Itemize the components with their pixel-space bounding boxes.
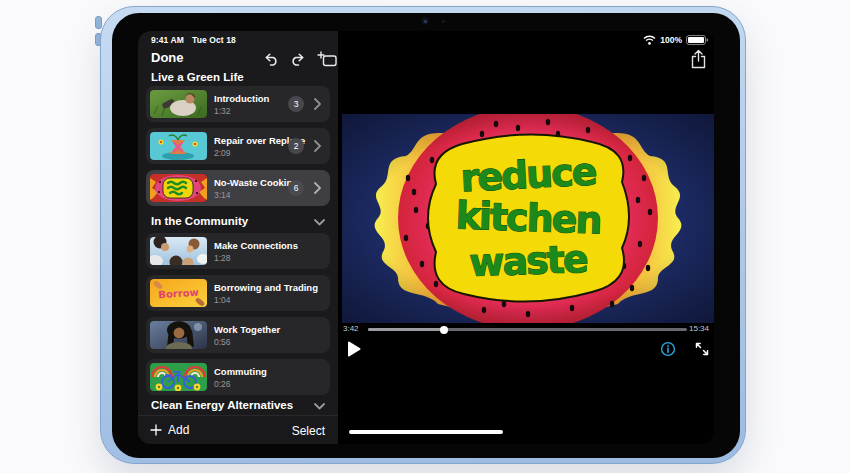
volume-up-button [95, 16, 102, 29]
playlist-item-make-connections[interactable]: Make Connections 1:28 [146, 233, 330, 269]
add-button[interactable]: Add [150, 423, 189, 437]
thumbnail-grass [150, 90, 207, 118]
seek-handle[interactable] [440, 326, 448, 334]
ambient-sensor-icon [442, 20, 445, 23]
chevron-right-icon [314, 140, 321, 152]
info-icon[interactable] [660, 341, 676, 357]
video-title: Work Together [214, 324, 280, 335]
playlist-sidebar: Live a Green Life [138, 31, 338, 444]
thumbnail-portrait [150, 321, 207, 349]
add-clip-icon[interactable] [317, 51, 337, 67]
video-duration: 1:04 [214, 295, 231, 305]
status-bar-right: 100% [643, 35, 708, 45]
battery-percent: 100% [660, 35, 682, 45]
ipad-screen: Live a Green Life [138, 31, 714, 444]
redo-icon[interactable] [290, 52, 306, 67]
select-button[interactable]: Select [292, 424, 325, 438]
seek-bar[interactable] [368, 328, 687, 331]
clip-count-badge: 6 [288, 180, 304, 196]
thumbnail-repair [150, 132, 207, 160]
playlist-item-work-together[interactable]: Work Together 0:56 [146, 317, 330, 353]
section-header-in-the-community[interactable]: In the Community [138, 215, 338, 230]
thumbnail-bicycle [150, 363, 207, 391]
plus-icon [150, 424, 162, 436]
video-title: Commuting [214, 366, 267, 377]
video-title: Make Connections [214, 240, 298, 251]
playlist-item-borrowing-and-trading[interactable]: Borrow Borrowing and Trading 1:04 [146, 275, 330, 311]
front-camera-icon [421, 17, 429, 25]
thumbnail-borrow: Borrow [150, 279, 207, 307]
fullscreen-icon[interactable] [694, 341, 710, 357]
seek-bar-played [368, 328, 444, 331]
video-duration: 1:32 [214, 106, 231, 116]
edit-toolbar [263, 51, 337, 67]
playlist-item-commuting[interactable]: Commuting 0:26 [146, 359, 330, 395]
thumbnail-group [150, 237, 207, 265]
video-duration: 0:26 [214, 379, 231, 389]
video-duration: 2:09 [214, 148, 231, 158]
video-duration: 3:14 [214, 190, 231, 200]
battery-icon [686, 35, 708, 45]
video-title: Borrowing and Trading [214, 282, 318, 293]
date: Tue Oct 18 [192, 35, 236, 45]
add-label: Add [168, 423, 189, 437]
video-title: Introduction [214, 93, 269, 104]
chevron-right-icon [314, 182, 321, 194]
playlist-item-repair-over-replace[interactable]: Repair over Replace 2:09 2 [146, 128, 330, 164]
video-duration: 1:28 [214, 253, 231, 263]
clip-count-badge: 2 [288, 138, 304, 154]
section-title-live-a-green-life: Live a Green Life [151, 71, 244, 83]
status-bar-left: 9:41 AMTue Oct 18 [151, 35, 244, 45]
done-button[interactable]: Done [151, 50, 184, 65]
wifi-icon [643, 35, 656, 45]
playlist-item-introduction[interactable]: Introduction 1:32 3 [146, 86, 330, 122]
play-icon[interactable] [347, 341, 361, 357]
chevron-down-icon [314, 403, 325, 410]
video-duration: 0:56 [214, 337, 231, 347]
video-frame[interactable]: reduce kitchen waste [342, 114, 714, 323]
video-title: No-Waste Cooking [214, 177, 298, 188]
player-pane: reduce kitchen waste 3:42 15:34 [338, 31, 714, 444]
clip-count-badge: 3 [288, 96, 304, 112]
undo-icon[interactable] [263, 52, 279, 67]
sidebar-footer: Add Select [138, 415, 338, 444]
playlist-item-no-waste-cooking[interactable]: No-Waste Cooking 3:14 6 [146, 170, 330, 206]
ipad-bezel: Live a Green Life [112, 13, 740, 458]
current-time: 3:42 [343, 324, 359, 333]
share-icon[interactable] [690, 49, 707, 69]
chevron-right-icon [314, 98, 321, 110]
home-indicator[interactable] [349, 430, 503, 434]
total-time: 15:34 [689, 324, 709, 333]
ipad-frame: Live a Green Life [100, 6, 746, 464]
section-header-clean-energy-alternatives[interactable]: Clean Energy Alternatives [138, 399, 338, 414]
clock: 9:41 AM [151, 35, 184, 45]
chevron-down-icon [314, 219, 325, 226]
thumbnail-dragonfruit [150, 174, 207, 202]
